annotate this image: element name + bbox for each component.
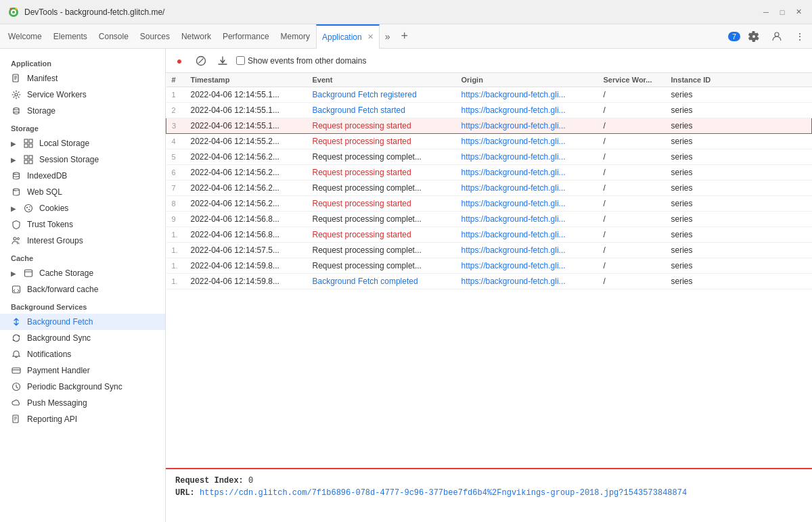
cell-num: 1. [166, 258, 185, 274]
sidebar-label-periodic-background-sync: Periodic Background Sync [27, 382, 122, 392]
cell-timestamp: 2022-04-06 12:14:59.8... [185, 274, 307, 289]
tab-performance[interactable]: Performance [217, 24, 275, 49]
tab-new-button[interactable]: + [395, 29, 413, 43]
table-row[interactable]: 1. 2022-04-06 12:14:59.8... Background F… [166, 274, 812, 289]
expand-arrow-session-storage[interactable]: ▶ [11, 156, 16, 164]
content-toolbar: ● Show events from other domains [166, 49, 812, 73]
clear-button[interactable] [193, 53, 209, 69]
sidebar-item-background-sync[interactable]: Background Sync [0, 330, 165, 346]
table-row[interactable]: 8 2022-04-06 12:14:56.2... Request proce… [166, 196, 812, 212]
sidebar-item-push-messaging[interactable]: Push Messaging [0, 395, 165, 411]
svg-rect-34 [12, 368, 20, 373]
more-options-btn[interactable]: ⋮ [790, 27, 809, 46]
tab-elements[interactable]: Elements [48, 24, 93, 49]
record-button[interactable]: ● [171, 53, 187, 69]
settings-icon-btn[interactable] [744, 27, 763, 46]
sidebar-label-push-messaging: Push Messaging [27, 398, 87, 408]
tab-application[interactable]: Application ✕ [316, 24, 380, 49]
table-row[interactable]: 3 2022-04-06 12:14:55.1... Request proce… [166, 118, 812, 134]
maximize-button[interactable]: □ [777, 7, 788, 18]
people-icon [11, 235, 22, 246]
cell-num: 8 [166, 196, 185, 212]
table-container[interactable]: # Timestamp Event Origin Service Wor... … [166, 73, 812, 468]
cell-num: 1 [166, 87, 185, 103]
window-title: DevTools - background-fetch.glitch.me/ [24, 7, 755, 17]
show-events-checkbox-label[interactable]: Show events from other domains [236, 56, 366, 66]
sidebar-item-periodic-background-sync[interactable]: Periodic Background Sync [0, 379, 165, 395]
table-row[interactable]: 1. 2022-04-06 12:14:56.8... Request proc… [166, 227, 812, 243]
sidebar-item-interest-groups[interactable]: Interest Groups [0, 233, 165, 249]
sidebar-item-back-forward-cache[interactable]: Back/forward cache [0, 281, 165, 298]
sidebar-item-service-workers[interactable]: Service Workers [0, 87, 165, 103]
grid-icon-local [23, 138, 34, 149]
sidebar-item-reporting-api[interactable]: Reporting API [0, 411, 165, 427]
table-row[interactable]: 1. 2022-04-06 12:14:57.5... Request proc… [166, 243, 812, 258]
close-button[interactable]: ✕ [793, 7, 804, 18]
cell-sw: / [598, 243, 666, 258]
cell-instance: series [666, 181, 812, 196]
sidebar-item-web-sql[interactable]: Web SQL [0, 184, 165, 200]
table-row[interactable]: 4 2022-04-06 12:14:55.2... Request proce… [166, 134, 812, 149]
expand-arrow-cookies[interactable]: ▶ [11, 205, 16, 212]
expand-arrow-local-storage[interactable]: ▶ [11, 140, 16, 147]
sidebar-item-storage[interactable]: Storage [0, 103, 165, 119]
cell-num: 7 [166, 181, 185, 196]
table-row[interactable]: 6 2022-04-06 12:14:56.2... Request proce… [166, 165, 812, 181]
sidebar-item-payment-handler[interactable]: Payment Handler [0, 362, 165, 379]
table-row[interactable]: 1 2022-04-06 12:14:55.1... Background Fe… [166, 87, 812, 103]
tab-more-button[interactable]: » [380, 31, 396, 42]
tab-sources[interactable]: Sources [135, 24, 176, 49]
tab-console[interactable]: Console [93, 24, 135, 49]
table-row[interactable]: 9 2022-04-06 12:14:56.8... Request proce… [166, 212, 812, 227]
table-row[interactable]: 1. 2022-04-06 12:14:59.8... Request proc… [166, 258, 812, 274]
table-row[interactable]: 7 2022-04-06 12:14:56.2... Request proce… [166, 181, 812, 196]
sidebar-item-cache-storage[interactable]: ▶ Cache Storage [0, 265, 165, 281]
sidebar-item-cookies[interactable]: ▶ Cookies [0, 200, 165, 216]
tab-memory[interactable]: Memory [275, 24, 316, 49]
sidebar-item-manifest[interactable]: Manifest [0, 70, 165, 87]
detail-panel: Request Index: 0 URL: https://cdn.glitch… [166, 468, 812, 522]
sidebar-label-background-fetch: Background Fetch [27, 317, 93, 327]
svg-point-2 [12, 11, 15, 14]
svg-point-10 [15, 93, 18, 96]
sidebar-item-local-storage[interactable]: ▶ Local Storage [0, 135, 165, 151]
back-forward-icon [11, 284, 22, 295]
cell-event: Request processing started [307, 118, 456, 134]
svg-rect-33 [13, 286, 20, 293]
minimize-button[interactable]: ─ [761, 7, 771, 18]
expand-arrow-cache[interactable]: ▶ [11, 270, 16, 277]
sidebar-section-cache: Cache [0, 249, 165, 265]
db-icon [11, 170, 22, 181]
tab-network[interactable]: Network [176, 24, 217, 49]
cell-sw: / [598, 87, 666, 103]
cell-event: Background Fetch registered [307, 87, 456, 103]
svg-rect-21 [24, 160, 28, 164]
profile-icon-btn[interactable] [767, 27, 786, 46]
sidebar-item-session-storage[interactable]: ▶ Session Storage [0, 151, 165, 168]
table-row[interactable]: 5 2022-04-06 12:14:56.2... Request proce… [166, 149, 812, 165]
sidebar-label-back-forward-cache: Back/forward cache [27, 285, 98, 294]
sidebar-label-indexeddb: IndexedDB [27, 171, 67, 181]
sidebar-item-notifications[interactable]: Notifications [0, 346, 165, 362]
cell-num: 1. [166, 243, 185, 258]
detail-url-line: URL: https://cdn.glitch.com/7f1b6896-078… [175, 488, 803, 498]
download-button[interactable] [215, 53, 231, 69]
tab-welcome[interactable]: Welcome [3, 24, 48, 49]
svg-point-11 [14, 108, 19, 110]
sidebar-section-bg-services: Background Services [0, 298, 165, 314]
table-row[interactable]: 2 2022-04-06 12:14:55.1... Background Fe… [166, 103, 812, 118]
shield-icon [11, 219, 22, 230]
tab-application-close[interactable]: ✕ [367, 32, 374, 41]
cell-sw: / [598, 134, 666, 149]
sidebar-item-background-fetch[interactable]: Background Fetch [0, 314, 165, 330]
svg-point-23 [14, 172, 20, 174]
cell-num: 6 [166, 165, 185, 181]
svg-rect-17 [24, 144, 28, 147]
sidebar-item-trust-tokens[interactable]: Trust Tokens [0, 216, 165, 233]
col-num: # [166, 73, 185, 87]
detail-request-index: Request Index: 0 [175, 476, 803, 485]
show-events-label: Show events from other domains [248, 56, 366, 66]
sidebar-item-indexeddb[interactable]: IndexedDB [0, 168, 165, 184]
show-events-checkbox[interactable] [236, 56, 245, 65]
window-controls[interactable]: ─ □ ✕ [761, 7, 804, 18]
